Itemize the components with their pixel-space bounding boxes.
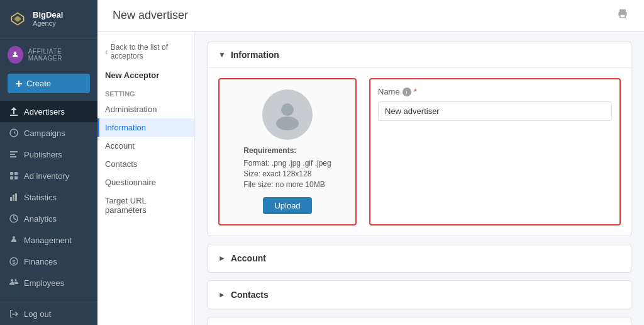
sidebar-item-ad-inventory[interactable]: Ad inventory — [0, 165, 97, 186]
contacts-section-title: Contacts — [231, 290, 269, 300]
sidebar-item-label: Employees — [24, 278, 64, 288]
sidebar-item-label: Statistics — [24, 193, 57, 202]
sub-nav-item-target-url[interactable]: Target URL parameters — [97, 191, 194, 219]
questionnaire-section-header[interactable]: ▼ Questionnaire — [208, 317, 631, 325]
sidebar-item-management[interactable]: Management — [0, 229, 97, 251]
sidebar-item-label: Campaigns — [24, 128, 65, 138]
svg-rect-2 — [10, 172, 13, 175]
account-section-title: Account — [231, 253, 266, 263]
brand-name: BigDeal — [33, 10, 63, 20]
svg-rect-4 — [10, 176, 13, 180]
req-title: Requirements: — [243, 146, 331, 155]
statistics-icon — [9, 192, 19, 202]
sub-nav-item-questionnaire[interactable]: Questionnaire — [97, 173, 194, 191]
create-button[interactable]: Create — [8, 74, 90, 93]
name-info-icon: i — [402, 88, 411, 96]
employees-icon — [9, 278, 19, 288]
sub-sidebar: ‹ Back to the list of acceptors New Acce… — [97, 31, 195, 325]
upload-button[interactable]: Upload — [263, 197, 311, 214]
avatar-placeholder — [262, 89, 313, 140]
svg-text:$: $ — [13, 259, 16, 265]
back-arrow-icon: ‹ — [105, 47, 108, 57]
contacts-toggle-icon: ► — [218, 290, 226, 299]
svg-point-9 — [281, 103, 294, 116]
sidebar-item-finances[interactable]: $ Finances — [0, 251, 97, 272]
sidebar-item-employees[interactable]: Employees — [0, 272, 97, 294]
req-format: Format: .png .jpg .gif .jpeg — [243, 159, 331, 168]
brand-text: BigDeal Agency — [33, 10, 63, 28]
sub-section-title: New Acceptor — [97, 68, 194, 85]
contacts-section: ► Contacts — [208, 280, 631, 309]
finances-icon: $ — [9, 256, 19, 266]
sidebar-item-label: Ad inventory — [24, 171, 69, 181]
section-toggle-icon: ▼ — [218, 50, 226, 59]
name-field-label: Name i * — [378, 87, 612, 96]
name-required-star: * — [414, 87, 417, 96]
sidebar-item-publishers[interactable]: Publishers — [0, 144, 97, 165]
sub-nav-group-title: Setting — [97, 85, 194, 100]
user-role: Affiliate Manager — [28, 48, 90, 62]
contacts-section-header[interactable]: ► Contacts — [208, 281, 631, 309]
name-label-text: Name — [378, 87, 400, 96]
page-title: New advertiser — [113, 9, 188, 22]
main: New advertiser ‹ Back to the list of acc… — [97, 0, 644, 325]
sidebar-item-label: Finances — [24, 257, 57, 266]
information-section-body: Requirements: Format: .png .jpg .gif .jp… — [208, 68, 631, 236]
logout-icon — [9, 309, 19, 319]
questionnaire-section: ▼ Questionnaire Access to the dashboard … — [208, 317, 631, 325]
logout-label: Log out — [24, 309, 51, 319]
ad-inventory-icon — [9, 171, 19, 181]
req-file-size: File size: no more 10MB — [243, 180, 331, 189]
svg-point-10 — [276, 117, 299, 130]
sidebar-item-label: Publishers — [24, 150, 62, 159]
sub-nav-group: Setting Administration Information Accou… — [97, 85, 194, 219]
topbar: New advertiser — [97, 0, 644, 31]
logo-icon — [8, 9, 28, 29]
back-link-label: Back to the list of acceptors — [111, 43, 187, 60]
svg-rect-5 — [14, 176, 18, 180]
sidebar-item-advertisers[interactable]: Advertisers — [0, 101, 97, 122]
information-section: ▼ Information Requirements: — [208, 42, 631, 236]
avatar-upload-area: Requirements: Format: .png .jpg .gif .jp… — [218, 78, 357, 225]
sub-nav-item-contacts[interactable]: Contacts — [97, 155, 194, 173]
upload-requirements: Requirements: Format: .png .jpg .gif .jp… — [243, 146, 331, 191]
avatar — [8, 46, 23, 64]
plus-icon — [15, 80, 23, 88]
upload-icon — [9, 106, 19, 117]
sidebar-item-label: Management — [24, 236, 72, 245]
sub-nav-item-information[interactable]: Information — [97, 118, 194, 137]
sidebar-item-label: Advertisers — [24, 107, 65, 117]
management-icon — [9, 235, 19, 245]
sidebar-logo: BigDeal Agency — [0, 0, 97, 38]
account-section: ► Account — [208, 244, 631, 273]
sidebar-item-analytics[interactable]: Analytics — [0, 208, 97, 229]
sidebar: BigDeal Agency Affiliate Manager Create … — [0, 0, 97, 325]
brand-subtitle: Agency — [33, 20, 63, 28]
account-section-header[interactable]: ► Account — [208, 244, 631, 272]
back-link[interactable]: ‹ Back to the list of acceptors — [97, 39, 194, 68]
sidebar-item-campaigns[interactable]: Campaigns — [0, 122, 97, 144]
name-input[interactable] — [378, 101, 612, 121]
logout-button[interactable]: Log out — [0, 302, 97, 325]
svg-rect-3 — [14, 172, 18, 175]
information-section-header[interactable]: ▼ Information — [208, 42, 631, 68]
account-toggle-icon: ► — [218, 254, 226, 263]
name-field-container: Name i * — [369, 78, 621, 225]
content-wrapper: ‹ Back to the list of acceptors New Acce… — [97, 31, 644, 325]
print-button[interactable] — [616, 8, 629, 23]
information-section-title: Information — [231, 50, 279, 60]
req-size: Size: exact 128x128 — [243, 169, 331, 178]
sidebar-item-label: Analytics — [24, 214, 57, 224]
publishers-icon — [9, 149, 19, 159]
sidebar-user: Affiliate Manager — [0, 38, 97, 69]
campaigns-icon — [9, 128, 19, 138]
create-button-label: Create — [26, 79, 51, 88]
sub-nav-item-administration[interactable]: Administration — [97, 100, 194, 118]
sidebar-nav: Advertisers Campaigns Publishers Ad inve… — [0, 98, 97, 302]
person-icon — [271, 98, 304, 131]
form-area: ▼ Information Requirements: — [195, 31, 644, 325]
analytics-icon — [9, 214, 19, 224]
sidebar-item-statistics[interactable]: Statistics — [0, 186, 97, 208]
sub-nav-item-account[interactable]: Account — [97, 137, 194, 155]
